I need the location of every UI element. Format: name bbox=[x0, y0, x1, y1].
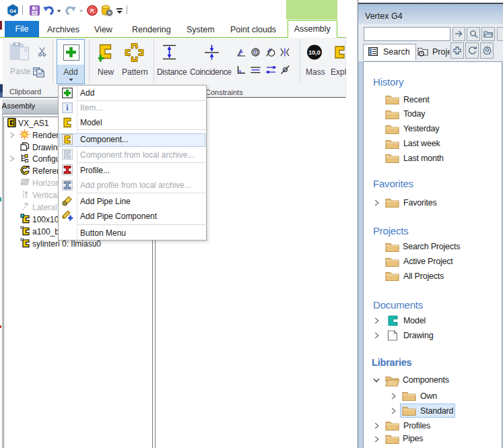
svg-text:G4: G4 bbox=[9, 8, 17, 14]
svg-text:R: R bbox=[90, 7, 95, 14]
svg-text:10,0: 10,0 bbox=[308, 49, 321, 56]
